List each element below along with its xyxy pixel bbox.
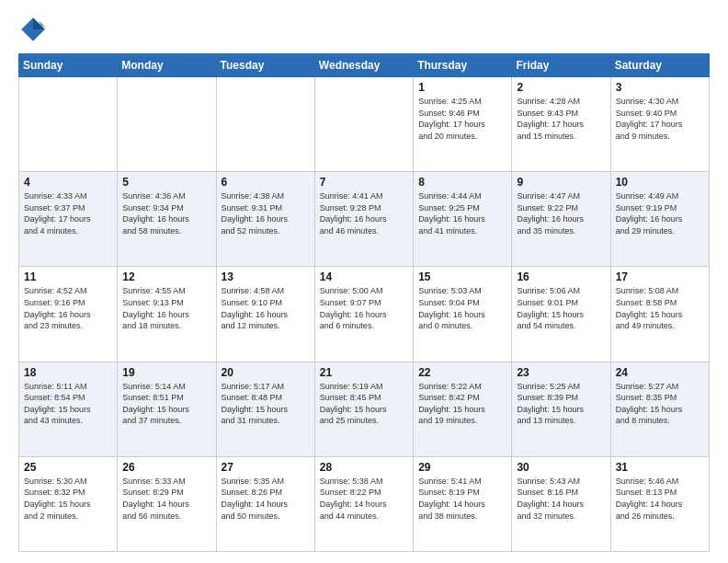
day-number: 17	[616, 270, 704, 283]
day-number: 16	[517, 270, 605, 283]
day-number: 30	[517, 461, 605, 474]
calendar-cell: 17Sunrise: 5:08 AM Sunset: 8:58 PM Dayli…	[610, 267, 709, 362]
logo-icon	[18, 15, 48, 44]
day-number: 19	[122, 366, 210, 379]
day-info: Sunrise: 5:27 AM Sunset: 8:35 PM Dayligh…	[616, 381, 704, 427]
calendar-cell: 6Sunrise: 4:38 AM Sunset: 9:31 PM Daylig…	[216, 172, 314, 267]
calendar-cell: 18Sunrise: 5:11 AM Sunset: 8:54 PM Dayli…	[19, 362, 118, 456]
day-number: 1	[418, 81, 506, 94]
day-info: Sunrise: 4:55 AM Sunset: 9:13 PM Dayligh…	[122, 285, 210, 331]
day-info: Sunrise: 5:33 AM Sunset: 8:29 PM Dayligh…	[122, 476, 210, 522]
day-number: 18	[24, 366, 112, 379]
day-info: Sunrise: 5:19 AM Sunset: 8:45 PM Dayligh…	[320, 381, 408, 427]
calendar-cell: 8Sunrise: 4:44 AM Sunset: 9:25 PM Daylig…	[414, 172, 512, 267]
day-number: 3	[616, 81, 704, 94]
day-info: Sunrise: 5:06 AM Sunset: 9:01 PM Dayligh…	[517, 285, 605, 331]
day-number: 23	[517, 366, 605, 379]
weekday-header: Friday	[512, 54, 610, 77]
calendar-cell	[118, 77, 216, 172]
day-info: Sunrise: 4:38 AM Sunset: 9:31 PM Dayligh…	[222, 190, 310, 236]
day-info: Sunrise: 4:28 AM Sunset: 9:43 PM Dayligh…	[517, 96, 605, 142]
calendar-cell: 5Sunrise: 4:36 AM Sunset: 9:34 PM Daylig…	[118, 172, 216, 267]
calendar-cell	[216, 77, 314, 172]
day-number: 5	[122, 176, 210, 189]
day-info: Sunrise: 5:00 AM Sunset: 9:07 PM Dayligh…	[320, 285, 408, 331]
weekday-header: Wednesday	[314, 54, 413, 77]
calendar-header-row: SundayMondayTuesdayWednesdayThursdayFrid…	[19, 54, 710, 77]
day-info: Sunrise: 4:49 AM Sunset: 9:19 PM Dayligh…	[616, 190, 704, 236]
day-number: 9	[517, 176, 605, 189]
weekday-header: Thursday	[414, 54, 512, 77]
calendar-cell: 14Sunrise: 5:00 AM Sunset: 9:07 PM Dayli…	[314, 267, 413, 362]
calendar-cell: 2Sunrise: 4:28 AM Sunset: 9:43 PM Daylig…	[512, 77, 610, 172]
calendar-cell: 30Sunrise: 5:43 AM Sunset: 8:16 PM Dayli…	[512, 456, 610, 551]
calendar-cell: 21Sunrise: 5:19 AM Sunset: 8:45 PM Dayli…	[314, 362, 413, 456]
calendar-cell: 19Sunrise: 5:14 AM Sunset: 8:51 PM Dayli…	[118, 362, 216, 456]
calendar-cell: 26Sunrise: 5:33 AM Sunset: 8:29 PM Dayli…	[118, 456, 216, 551]
calendar-week-row: 25Sunrise: 5:30 AM Sunset: 8:32 PM Dayli…	[19, 456, 710, 551]
calendar-cell: 3Sunrise: 4:30 AM Sunset: 9:40 PM Daylig…	[610, 77, 709, 172]
calendar-week-row: 18Sunrise: 5:11 AM Sunset: 8:54 PM Dayli…	[19, 362, 710, 456]
calendar-cell: 28Sunrise: 5:38 AM Sunset: 8:22 PM Dayli…	[314, 456, 413, 551]
day-number: 8	[418, 176, 506, 189]
day-number: 24	[616, 366, 704, 379]
day-number: 12	[122, 270, 210, 283]
day-number: 6	[222, 176, 310, 189]
calendar-cell: 27Sunrise: 5:35 AM Sunset: 8:26 PM Dayli…	[216, 456, 314, 551]
day-info: Sunrise: 5:14 AM Sunset: 8:51 PM Dayligh…	[122, 381, 210, 427]
day-number: 26	[122, 461, 210, 474]
day-number: 10	[616, 176, 704, 189]
day-info: Sunrise: 5:35 AM Sunset: 8:26 PM Dayligh…	[222, 476, 310, 522]
day-number: 21	[320, 366, 408, 379]
weekday-header: Saturday	[610, 54, 709, 77]
day-info: Sunrise: 4:36 AM Sunset: 9:34 PM Dayligh…	[122, 190, 210, 236]
calendar-week-row: 1Sunrise: 4:25 AM Sunset: 9:46 PM Daylig…	[19, 77, 710, 172]
logo	[18, 15, 51, 44]
day-number: 25	[24, 461, 112, 474]
day-info: Sunrise: 5:17 AM Sunset: 8:48 PM Dayligh…	[222, 381, 310, 427]
calendar-cell: 13Sunrise: 4:58 AM Sunset: 9:10 PM Dayli…	[216, 267, 314, 362]
header	[18, 15, 710, 44]
weekday-header: Monday	[118, 54, 216, 77]
day-info: Sunrise: 5:43 AM Sunset: 8:16 PM Dayligh…	[517, 476, 605, 522]
day-info: Sunrise: 5:30 AM Sunset: 8:32 PM Dayligh…	[24, 476, 112, 522]
calendar-cell	[314, 77, 413, 172]
day-number: 11	[24, 270, 112, 283]
calendar-cell: 16Sunrise: 5:06 AM Sunset: 9:01 PM Dayli…	[512, 267, 610, 362]
calendar-cell: 10Sunrise: 4:49 AM Sunset: 9:19 PM Dayli…	[610, 172, 709, 267]
day-number: 4	[24, 176, 112, 189]
weekday-header: Tuesday	[216, 54, 314, 77]
day-info: Sunrise: 4:44 AM Sunset: 9:25 PM Dayligh…	[418, 190, 506, 236]
day-number: 31	[616, 461, 704, 474]
day-info: Sunrise: 5:08 AM Sunset: 8:58 PM Dayligh…	[616, 285, 704, 331]
calendar-cell: 24Sunrise: 5:27 AM Sunset: 8:35 PM Dayli…	[610, 362, 709, 456]
calendar-cell: 25Sunrise: 5:30 AM Sunset: 8:32 PM Dayli…	[19, 456, 118, 551]
day-info: Sunrise: 4:30 AM Sunset: 9:40 PM Dayligh…	[616, 96, 704, 142]
day-info: Sunrise: 4:58 AM Sunset: 9:10 PM Dayligh…	[222, 285, 310, 331]
day-info: Sunrise: 5:41 AM Sunset: 8:19 PM Dayligh…	[418, 476, 506, 522]
day-info: Sunrise: 4:47 AM Sunset: 9:22 PM Dayligh…	[517, 190, 605, 236]
day-number: 29	[418, 461, 506, 474]
day-info: Sunrise: 4:52 AM Sunset: 9:16 PM Dayligh…	[24, 285, 112, 331]
day-number: 15	[418, 270, 506, 283]
svg-marker-1	[33, 17, 45, 29]
calendar-cell: 15Sunrise: 5:03 AM Sunset: 9:04 PM Dayli…	[414, 267, 512, 362]
calendar-table: SundayMondayTuesdayWednesdayThursdayFrid…	[18, 53, 710, 552]
day-info: Sunrise: 5:46 AM Sunset: 8:13 PM Dayligh…	[616, 476, 704, 522]
calendar-week-row: 11Sunrise: 4:52 AM Sunset: 9:16 PM Dayli…	[19, 267, 710, 362]
day-number: 28	[320, 461, 408, 474]
day-number: 2	[517, 81, 605, 94]
calendar-cell: 20Sunrise: 5:17 AM Sunset: 8:48 PM Dayli…	[216, 362, 314, 456]
weekday-header: Sunday	[19, 54, 118, 77]
calendar-cell: 1Sunrise: 4:25 AM Sunset: 9:46 PM Daylig…	[414, 77, 512, 172]
calendar-cell: 4Sunrise: 4:33 AM Sunset: 9:37 PM Daylig…	[19, 172, 118, 267]
day-info: Sunrise: 4:33 AM Sunset: 9:37 PM Dayligh…	[24, 190, 112, 236]
day-info: Sunrise: 5:22 AM Sunset: 8:42 PM Dayligh…	[418, 381, 506, 427]
page: SundayMondayTuesdayWednesdayThursdayFrid…	[0, 0, 728, 563]
day-number: 27	[222, 461, 310, 474]
day-number: 14	[320, 270, 408, 283]
day-number: 13	[222, 270, 310, 283]
day-info: Sunrise: 4:41 AM Sunset: 9:28 PM Dayligh…	[320, 190, 408, 236]
day-info: Sunrise: 4:25 AM Sunset: 9:46 PM Dayligh…	[418, 96, 506, 142]
calendar-cell	[19, 77, 118, 172]
